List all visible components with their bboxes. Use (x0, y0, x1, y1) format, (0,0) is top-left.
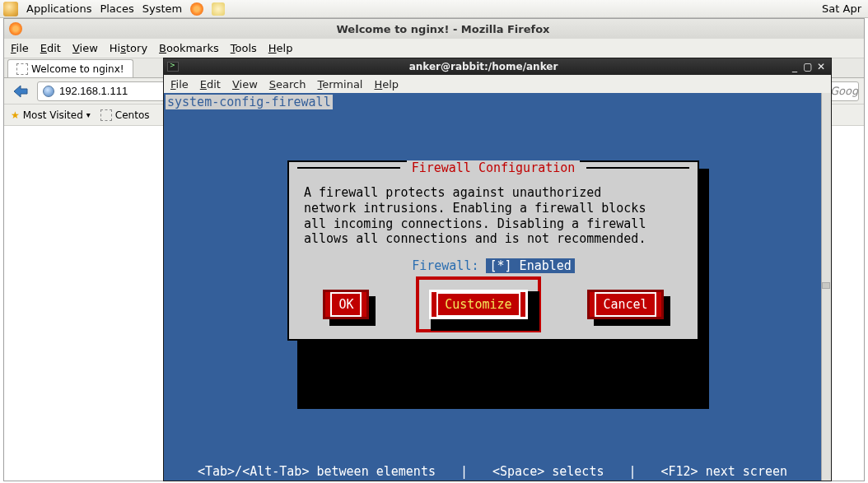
footer-sep-1: | (460, 464, 468, 479)
customize-button-label: Customize (436, 292, 520, 317)
terminal-scrollbar[interactable] (821, 93, 831, 481)
star-icon: ★ (11, 109, 20, 121)
globe-icon (43, 86, 54, 97)
ok-button-wrap: OK (323, 290, 369, 319)
most-visited-label: Most Visited (23, 109, 83, 121)
tui-button-row: OK Customize Cancel (296, 285, 691, 324)
panel-system[interactable]: System (142, 2, 182, 15)
firefox-launcher-icon[interactable] (190, 2, 203, 16)
cancel-button-label: Cancel (595, 292, 656, 317)
firewall-status-row: Firewall: [*] Enabled (296, 258, 691, 273)
tab-favicon-icon (16, 63, 28, 75)
tui-title-bar-right (586, 167, 689, 169)
cancel-button[interactable]: Cancel (587, 290, 663, 319)
terminal-menubar: File Edit View Search Terminal Help (164, 75, 831, 93)
firefox-titlebar: Welcome to nginx! - Mozilla Firefox (4, 19, 864, 39)
ff-menu-edit[interactable]: Edit (40, 42, 61, 54)
customize-button[interactable]: Customize (429, 290, 527, 319)
bookmark-centos-label: Centos (115, 109, 150, 121)
tui-title-bar-left (297, 167, 400, 169)
tui-dialog-title: Firewall Configuration (407, 160, 581, 175)
term-menu-view[interactable]: View (232, 78, 258, 91)
ok-button[interactable]: OK (323, 290, 369, 319)
firefox-icon (9, 22, 22, 35)
firewall-label: Firewall: (412, 258, 486, 273)
ff-menu-view[interactable]: View (72, 42, 98, 54)
firefox-tab-active[interactable]: Welcome to nginx! (7, 59, 133, 77)
terminal-icon (167, 62, 179, 72)
bookmark-centos[interactable]: Centos (100, 109, 150, 121)
firewall-config-dialog: Firewall Configuration A firewall protec… (287, 160, 699, 341)
ok-button-label: OK (330, 292, 362, 317)
customize-button-wrap: Customize (424, 285, 532, 324)
scrollbar-handle[interactable] (822, 282, 830, 289)
firefox-tab-label: Welcome to nginx! (31, 63, 124, 75)
ff-menu-file[interactable]: File (11, 42, 29, 54)
bookmark-favicon-icon (100, 109, 112, 121)
terminal-window: anker@rabbit:/home/anker _ ▢ ✕ File Edit… (163, 58, 832, 481)
footer-space-hint: <Space> selects (492, 464, 604, 479)
tui-dialog-body: A firewall protects against unauthorized… (304, 185, 683, 247)
panel-clock[interactable]: Sat Apr (822, 2, 861, 15)
panel-applications[interactable]: Applications (26, 2, 91, 15)
tui-app-name: system-config-firewall (166, 95, 333, 109)
search-placeholder: Google (830, 85, 859, 97)
term-menu-terminal[interactable]: Terminal (318, 78, 363, 91)
footer-f12-hint: <F12> next screen (660, 464, 787, 479)
term-menu-edit[interactable]: Edit (200, 78, 221, 91)
nautilus-launcher-icon[interactable] (212, 2, 225, 16)
ff-menu-help[interactable]: Help (268, 42, 293, 54)
term-menu-search[interactable]: Search (269, 78, 306, 91)
firefox-menubar: File Edit View History Bookmarks Tools H… (4, 39, 864, 58)
ff-menu-tools[interactable]: Tools (231, 42, 257, 54)
back-button[interactable] (9, 81, 32, 101)
ff-menu-history[interactable]: History (110, 42, 147, 54)
terminal-title: anker@rabbit:/home/anker (179, 61, 788, 72)
gnome-foot-icon (3, 2, 18, 16)
most-visited-button[interactable]: ★ Most Visited ▾ (11, 109, 91, 121)
chevron-down-icon: ▾ (86, 110, 91, 119)
tui-footer: <Tab>/<Alt-Tab> between elements | <Spac… (164, 462, 821, 481)
cancel-button-wrap: Cancel (587, 290, 663, 319)
term-menu-help[interactable]: Help (374, 78, 399, 91)
terminal-body[interactable]: system-config-firewall Firewall Configur… (164, 93, 831, 481)
terminal-titlebar[interactable]: anker@rabbit:/home/anker _ ▢ ✕ (164, 58, 831, 75)
panel-places[interactable]: Places (100, 2, 133, 15)
firewall-enabled-checkbox[interactable]: [*] Enabled (486, 258, 574, 273)
back-arrow-icon (12, 85, 29, 98)
close-button[interactable]: ✕ (814, 61, 828, 72)
firefox-window-title: Welcome to nginx! - Mozilla Firefox (27, 23, 859, 35)
maximize-button[interactable]: ▢ (801, 61, 814, 72)
ff-menu-bookmarks[interactable]: Bookmarks (159, 42, 219, 54)
footer-sep-2: | (628, 464, 636, 479)
term-menu-file[interactable]: File (170, 78, 189, 91)
gnome-top-panel: Applications Places System Sat Apr (0, 0, 868, 18)
footer-tab-hint: <Tab>/<Alt-Tab> between elements (198, 464, 436, 479)
minimize-button[interactable]: _ (788, 61, 801, 72)
